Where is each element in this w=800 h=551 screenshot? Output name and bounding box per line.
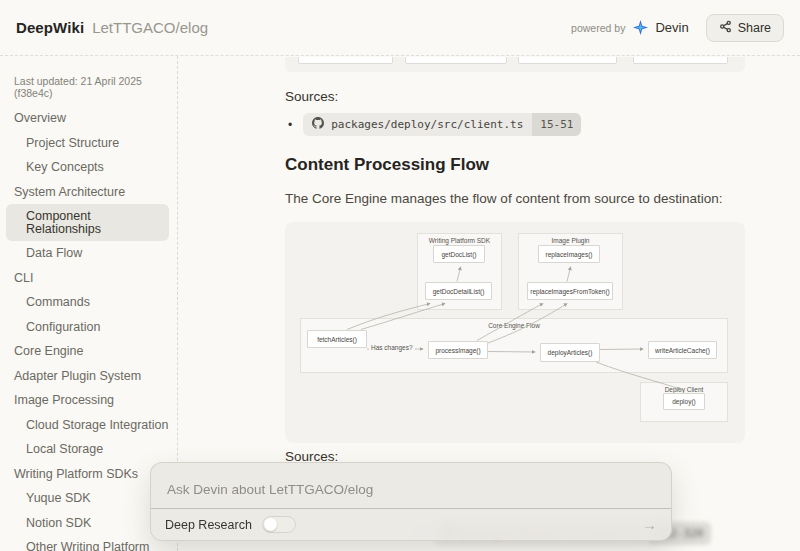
node-process-image[interactable]: processImage() xyxy=(428,341,488,359)
source-file-path: packages/deploy/src/client.ts xyxy=(331,118,523,131)
node-deploy-articles[interactable]: deployArticles() xyxy=(540,343,600,362)
source-file-link[interactable]: packages/deploy/src/client.ts 15-51 xyxy=(303,113,581,136)
deep-research-label: Deep Research xyxy=(165,518,252,532)
sources-heading: Sources: xyxy=(285,89,338,104)
share-icon xyxy=(719,20,732,36)
powered-by-label: powered by xyxy=(571,22,625,34)
sidebar-item-commands[interactable]: Commands xyxy=(0,290,177,315)
source-row: • packages/deploy/src/client.ts 15-51 xyxy=(288,113,581,136)
ask-devin-input[interactable] xyxy=(151,463,671,509)
toggle-knob xyxy=(264,518,277,531)
node-replace-images-from-token[interactable]: replaceImagesFromToken() xyxy=(527,282,613,300)
ask-devin-bar: Deep Research → xyxy=(150,462,672,541)
sidebar-item-project-structure[interactable]: Project Structure xyxy=(0,131,177,156)
cutoff-node xyxy=(298,57,393,64)
node-get-doc-list[interactable]: getDocList() xyxy=(433,245,485,263)
share-button[interactable]: Share xyxy=(706,14,784,42)
cutoff-node xyxy=(633,57,728,64)
sidebar-item-overview[interactable]: Overview xyxy=(0,106,177,131)
repo-title[interactable]: LetTTGACO/elog xyxy=(92,19,208,36)
cutoff-node xyxy=(405,57,507,64)
content-processing-flow-diagram: Writing Platform SDK Image Plugin Core E… xyxy=(285,222,745,443)
submit-arrow-icon[interactable]: → xyxy=(642,517,657,532)
ask-bar-footer: Deep Research → xyxy=(151,508,671,540)
sidebar-item-core-engine[interactable]: Core Engine xyxy=(0,339,177,364)
node-fetch-articles[interactable]: fetchArticles() xyxy=(307,330,367,348)
source-line-range: 15-51 xyxy=(532,113,581,136)
deep-research-toggle[interactable] xyxy=(262,516,296,533)
node-write-article-cache[interactable]: writeArticleCache() xyxy=(648,341,717,359)
app-header: DeepWiki LetTTGACO/elog powered by Devin… xyxy=(0,0,800,56)
node-get-doc-detail-list[interactable]: getDocDetailList() xyxy=(425,282,492,300)
share-label: Share xyxy=(738,21,771,35)
cutoff-node xyxy=(518,57,617,64)
sidebar-item-data-flow[interactable]: Data Flow xyxy=(0,241,177,266)
last-updated-label: Last updated: 21 April 2025 (f38e4c) xyxy=(0,69,177,106)
sidebar-item-component-relationships[interactable]: Component Relationships xyxy=(6,204,169,241)
sidebar-item-key-concepts[interactable]: Key Concepts xyxy=(0,155,177,180)
node-replace-images[interactable]: replaceImages() xyxy=(538,245,600,263)
sidebar-item-configuration[interactable]: Configuration xyxy=(0,315,177,340)
sidebar-item-local-storage[interactable]: Local Storage xyxy=(0,437,177,462)
devin-link[interactable]: Devin xyxy=(655,20,688,35)
node-deploy[interactable]: deploy() xyxy=(663,393,705,410)
previous-diagram-cutoff xyxy=(285,57,745,72)
edge-label-has-changes: Has changes? xyxy=(369,344,415,351)
devin-logo-icon xyxy=(633,20,648,35)
breadcrumb: DeepWiki LetTTGACO/elog xyxy=(16,19,208,36)
sidebar-item-adapter-plugin-system[interactable]: Adapter Plugin System xyxy=(0,364,177,389)
header-actions: powered by Devin Share xyxy=(571,14,784,42)
github-icon xyxy=(312,117,324,132)
sidebar-item-cloud-storage-integration[interactable]: Cloud Storage Integration xyxy=(0,413,177,438)
sidebar-item-image-processing[interactable]: Image Processing xyxy=(0,388,177,413)
sidebar-item-system-architecture[interactable]: System Architecture xyxy=(0,180,177,205)
sidebar-item-cli[interactable]: CLI xyxy=(0,266,177,291)
section-intro-text: The Core Engine manages the flow of cont… xyxy=(285,191,723,206)
bullet-icon: • xyxy=(288,118,292,132)
deepwiki-logo[interactable]: DeepWiki xyxy=(16,19,84,36)
page-title: Content Processing Flow xyxy=(285,155,489,175)
